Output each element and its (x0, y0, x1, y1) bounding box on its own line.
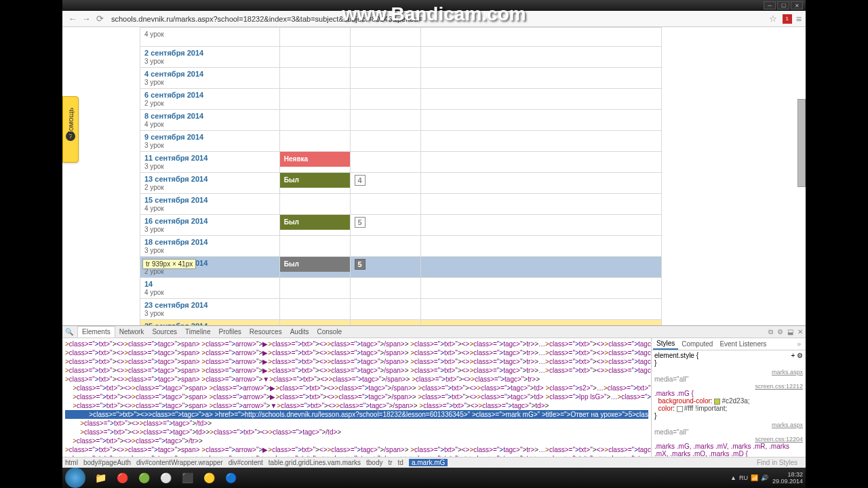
styles-panel: Styles Computed Event Listeners » + ⚙ele… (651, 338, 806, 457)
lesson-date[interactable]: 16 сентября 2014 (144, 217, 208, 225)
devtools-tab-network[interactable]: Network (115, 327, 149, 337)
lesson-date[interactable]: 25 сентября 2014 (144, 322, 208, 325)
more-icon[interactable]: » (793, 339, 804, 349)
table-row[interactable]: 144 урок (140, 278, 662, 299)
settings-icon[interactable]: ⚙ (777, 328, 783, 336)
lesson-date[interactable]: 4 сентября 2014 (144, 70, 203, 78)
lang-indicator[interactable]: RU (739, 474, 748, 481)
bandicam-icon[interactable]: 🔵 (220, 470, 241, 486)
chrome2-icon[interactable]: 🟡 (199, 470, 219, 486)
bookmark-icon[interactable]: ☆ (769, 14, 777, 24)
crumb[interactable]: div#contentWrapper.wrapper (136, 459, 223, 466)
devtools-tab-sources[interactable]: Sources (148, 327, 181, 337)
lesson-number: 3 урок (144, 163, 164, 170)
devtools-tab-resources[interactable]: Resources (245, 327, 286, 337)
devtools-tab-audits[interactable]: Audits (286, 327, 313, 337)
close-devtools-icon[interactable]: ✕ (797, 328, 803, 336)
lesson-date[interactable]: 15 сентября 2014 (144, 196, 208, 204)
table-row[interactable]: 6 сентября 20142 урок (140, 89, 662, 110)
volume-icon[interactable]: 🔊 (761, 474, 768, 481)
console-toggle-icon[interactable]: ⧉ (768, 328, 773, 336)
crumb[interactable]: body#pageAuth (83, 459, 131, 466)
event-listeners-tab[interactable]: Event Listeners (716, 339, 770, 349)
maximize-button[interactable]: ☐ (777, 1, 789, 9)
presence-badge: Неявка (280, 152, 350, 167)
table-row[interactable]: 23 сентября 20143 урок (140, 299, 662, 320)
lesson-date[interactable]: 18 сентября 2014 (144, 238, 208, 246)
lesson-date[interactable]: 8 сентября 2014 (144, 112, 203, 120)
table-row[interactable]: 11 сентября 20143 урокНеявка (140, 152, 662, 173)
mark-badge[interactable]: 5 (355, 259, 366, 270)
find-in-styles[interactable]: Find in Styles (757, 459, 797, 466)
devtools-tab-timeline[interactable]: Timeline (181, 327, 214, 337)
close-button[interactable]: ✕ (791, 1, 803, 9)
styles-tab[interactable]: Styles (653, 338, 678, 350)
lesson-date[interactable]: 11 сентября 2014 (144, 154, 208, 162)
devtools-tab-profiles[interactable]: Profiles (214, 327, 245, 337)
extension-icon[interactable]: 1 (783, 14, 792, 24)
taskbar: 📁 🔴 🟢 ⚪ ⬛ 🟡 🔵 ▲ RU 📶 🔊 18:32 29.09.2014 (62, 468, 806, 488)
lesson-number: 2 урок (144, 184, 164, 191)
back-button[interactable]: ← (66, 13, 79, 25)
table-row[interactable]: 4 урок (140, 28, 662, 47)
crumb[interactable]: div#content (229, 459, 263, 466)
dock-icon[interactable]: ⬓ (787, 328, 793, 336)
lesson-number: 2 урок (144, 100, 164, 107)
search-icon[interactable]: 🔍 (65, 328, 73, 336)
devtools: 🔍 ElementsNetworkSourcesTimelineProfiles… (62, 325, 806, 468)
lesson-number: 3 урок (144, 226, 164, 233)
presence-badge: Был (280, 173, 350, 188)
table-row[interactable]: 20 сентября 20142 урокБыл5 (140, 257, 662, 278)
devtools-tabs: 🔍 ElementsNetworkSourcesTimelineProfiles… (62, 326, 806, 338)
table-row[interactable]: 2 сентября 20143 урок (140, 47, 662, 68)
help-tab[interactable]: Помощь ? (62, 96, 79, 163)
clock[interactable]: 18:32 29.09.2014 (772, 471, 803, 485)
table-row[interactable]: 25 сентября 20143 урок (140, 320, 662, 326)
devtools-tab-elements[interactable]: Elements (77, 326, 115, 338)
table-row[interactable]: 8 сентября 20144 урок (140, 110, 662, 131)
opera-icon[interactable]: 🔴 (112, 470, 132, 486)
devtools-tab-console[interactable]: Console (313, 327, 346, 337)
system-tray[interactable]: ▲ RU 📶 🔊 18:32 29.09.2014 (728, 471, 803, 485)
table-row[interactable]: 4 сентября 20143 урок (140, 68, 662, 89)
app-icon[interactable]: ⬛ (177, 470, 197, 486)
dom-tree[interactable]: >class>=">txt>"><>>class>=">tagc>">span>… (62, 338, 651, 457)
mark-badge[interactable]: 4 (355, 175, 366, 186)
reload-button[interactable]: ⟳ (94, 13, 106, 25)
lesson-number: 3 урок (144, 142, 164, 149)
chrome-icon[interactable]: 🟢 (134, 470, 154, 486)
crumb[interactable]: tbody (366, 459, 382, 466)
lesson-date[interactable]: 23 сентября 2014 (144, 301, 208, 309)
table-row[interactable]: 16 сентября 20143 урокБыл5 (140, 215, 662, 236)
crumb[interactable]: table.grid.gridLines.vam.marks (269, 459, 361, 466)
forward-button[interactable]: → (80, 13, 92, 25)
explorer-icon[interactable]: 📁 (90, 470, 111, 486)
crumb[interactable]: html (65, 459, 78, 466)
lesson-date[interactable]: 9 сентября 2014 (144, 133, 203, 141)
app-icon[interactable]: ⚪ (155, 470, 176, 486)
table-row[interactable]: 9 сентября 20143 урок (140, 131, 662, 152)
tray-chevron-icon[interactable]: ▲ (730, 474, 736, 481)
crumb[interactable]: td (398, 459, 403, 466)
crumb[interactable]: tr (388, 459, 392, 466)
lesson-number: 3 урок (144, 310, 164, 317)
letterbox (806, 0, 868, 488)
lesson-date[interactable]: 6 сентября 2014 (144, 91, 203, 99)
table-row[interactable]: 18 сентября 20143 урок (140, 236, 662, 257)
table-row[interactable]: 13 сентября 20142 урокБыл4 (140, 173, 662, 194)
lesson-date[interactable]: 2 сентября 2014 (144, 49, 203, 57)
lesson-number: 3 урок (144, 79, 164, 86)
lesson-date[interactable]: 14 (144, 280, 153, 288)
table-row[interactable]: 15 сентября 20144 урок (140, 194, 662, 215)
lesson-number: 4 урок (144, 30, 164, 38)
menu-button[interactable]: ≡ (796, 14, 802, 24)
minimize-button[interactable]: ─ (764, 1, 776, 9)
breadcrumb[interactable]: htmlbody#pageAuthdiv#contentWrapper.wrap… (62, 457, 806, 468)
crumb[interactable]: a.mark.mG (409, 459, 448, 466)
mark-badge[interactable]: 5 (355, 217, 366, 228)
scrollbar[interactable] (797, 99, 806, 187)
computed-tab[interactable]: Computed (678, 339, 716, 349)
lesson-date[interactable]: 13 сентября 2014 (144, 175, 208, 183)
start-button[interactable] (65, 468, 85, 488)
wifi-icon[interactable]: 📶 (751, 474, 758, 481)
